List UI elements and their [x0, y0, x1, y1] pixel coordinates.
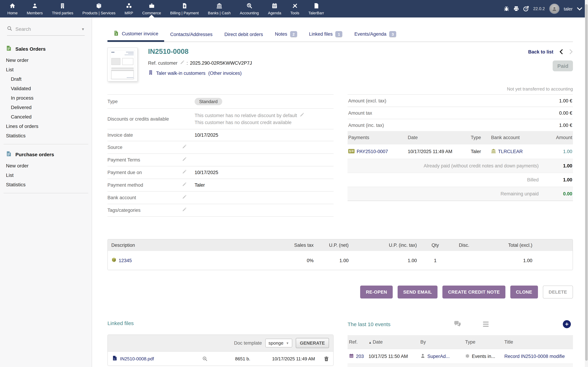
create-credit-note-button[interactable]: CREATE CREDIT NOTE	[442, 285, 505, 299]
edit-pencil-icon[interactable]	[299, 113, 304, 118]
tab-events-agenda[interactable]: Events/Agenda 3	[348, 28, 402, 42]
event-by-link[interactable]: SuperAd...	[427, 354, 450, 359]
delete-file-icon[interactable]	[315, 356, 329, 361]
company-link[interactable]: Taler walk-in customers	[156, 70, 206, 76]
scrollbar-thumb[interactable]	[585, 4, 588, 361]
add-event-button[interactable]: +	[563, 320, 571, 328]
chevron-down-icon[interactable]	[577, 6, 582, 12]
edit-pencil-icon[interactable]	[180, 60, 184, 66]
linked-files-count-badge: 1	[336, 31, 343, 37]
tab-label: Events/Agenda	[354, 32, 386, 37]
payment-ref-link[interactable]: PAY2510-0007	[357, 149, 388, 154]
tab-label: Customer invoice	[122, 31, 158, 36]
search-input[interactable]	[15, 26, 78, 32]
payment-amount-link[interactable]: 1.00	[563, 149, 572, 154]
nav-home[interactable]: Home	[3, 0, 22, 17]
previous-invoice-icon[interactable]	[559, 49, 563, 55]
nav-mrp[interactable]: MRP	[120, 0, 138, 17]
events-col-header[interactable]: Type	[464, 335, 503, 349]
edit-pencil-icon[interactable]	[182, 170, 187, 175]
pdf-file-icon	[112, 355, 117, 362]
remaining-unpaid-row: Remaining unpaid 0.00	[347, 187, 573, 201]
event-title-link[interactable]: Record IN2510-0008 modifie	[504, 354, 565, 359]
sidebar-item-lines-of-orders[interactable]: Lines of orders	[0, 121, 92, 131]
sidebar-item-list[interactable]: List	[0, 65, 92, 74]
sidebar-item-canceled[interactable]: Canceled	[0, 112, 92, 121]
tab-notes[interactable]: Notes 2	[269, 28, 303, 42]
tab-label: Notes	[275, 32, 287, 37]
list-view-icon[interactable]	[483, 322, 488, 327]
nav-agenda[interactable]: Agenda	[263, 0, 286, 17]
edit-pencil-icon[interactable]	[182, 183, 187, 188]
help-icon[interactable]: ?	[523, 6, 529, 12]
user-avatar[interactable]	[549, 3, 560, 14]
detail-row-type: Type Standard	[107, 95, 334, 108]
nav-products[interactable]: Products | Services	[78, 0, 120, 17]
delete-button[interactable]: DELETE	[543, 285, 573, 299]
events-col-header[interactable]: By	[419, 335, 464, 349]
tab-linked-files[interactable]: Linked files 1	[303, 28, 348, 42]
bug-report-icon[interactable]	[504, 6, 510, 12]
event-ref-link[interactable]: 203	[356, 354, 364, 359]
edit-pencil-icon[interactable]	[182, 158, 187, 163]
preview-zoom-icon[interactable]	[198, 356, 212, 361]
sidebar-item-po-new-order[interactable]: New order	[0, 161, 92, 170]
events-col-header[interactable]: Title	[503, 335, 573, 349]
messages-icon[interactable]	[453, 320, 461, 328]
other-invoices-link[interactable]: (Other invoices)	[208, 70, 242, 76]
source-value	[195, 141, 334, 154]
tab-contacts-addresses[interactable]: Contacts/Addresses	[164, 29, 219, 42]
invoice-lines-table: Description Sales tax U.P. (net) U.P. (i…	[107, 239, 573, 270]
tab-direct-debit-orders[interactable]: Direct debit orders	[218, 29, 269, 42]
line-sales-tax: 0%	[275, 251, 317, 270]
nav-members[interactable]: Members	[22, 0, 47, 17]
detail-label: Payment Terms	[107, 154, 182, 166]
edit-pencil-icon[interactable]	[182, 208, 187, 213]
sidebar-item-po-statistics[interactable]: Statistics	[0, 180, 92, 189]
reopen-button[interactable]: RE-OPEN	[360, 285, 393, 299]
edit-pencil-icon[interactable]	[182, 195, 187, 201]
sidebar-item-draft[interactable]: Draft	[0, 74, 92, 83]
nav-commerce[interactable]: Commerce	[138, 0, 166, 17]
top-navbar: Home Members Third parties Products | Se…	[0, 0, 588, 17]
clone-button[interactable]: CLONE	[510, 285, 538, 299]
sidebar-item-statistics[interactable]: Statistics	[0, 131, 92, 140]
sidebar-item-po-list[interactable]: List	[0, 170, 92, 180]
back-to-list-link[interactable]: Back to list	[528, 49, 553, 54]
sidebar-item-in-process[interactable]: In process	[0, 93, 92, 102]
doc-template-select[interactable]: sponge ▼	[265, 339, 292, 347]
username[interactable]: taler	[564, 6, 573, 11]
events-col-header[interactable]: Ref.	[347, 335, 367, 349]
detail-row-payment-method: Payment method Taler	[107, 179, 334, 191]
events-col-header[interactable]: Date	[373, 339, 383, 345]
lines-col-header: U.P. (net)	[317, 239, 352, 251]
bank-account-link[interactable]: TLRCLEAR	[498, 149, 523, 154]
sidebar-section-sales-orders[interactable]: Sales Orders	[0, 43, 92, 55]
line-total: 1.00	[478, 251, 536, 270]
search-dropdown-icon[interactable]: ▼	[81, 27, 85, 31]
lines-col-header: Description	[108, 239, 275, 251]
nav-tools[interactable]: Tools	[286, 0, 304, 17]
tab-customer-invoice[interactable]: Customer invoice	[107, 27, 164, 42]
lines-col-header: Total (excl.)	[478, 239, 536, 251]
file-date: 10/17/2025 11:49 AM	[250, 356, 315, 361]
generate-button[interactable]: GENERATE	[295, 338, 329, 348]
nav-billing[interactable]: Billing | Payment	[165, 0, 203, 17]
nav-third-parties[interactable]: Third parties	[47, 0, 78, 17]
sidebar-section-purchase-orders[interactable]: Purchase orders	[0, 148, 92, 161]
nav-accounting[interactable]: Accounting	[235, 0, 263, 17]
vertical-scrollbar[interactable]	[585, 0, 588, 367]
nav-banks[interactable]: Banks | Cash	[203, 0, 235, 17]
nav-talerbarr[interactable]: TalerBarr	[304, 0, 329, 17]
sidebar-item-validated[interactable]: Validated	[0, 83, 92, 93]
invoice-preview-thumbnail[interactable]	[107, 48, 138, 82]
linked-file-link[interactable]: IN2510-0008.pdf	[120, 356, 154, 361]
payment-due-value: 10/17/2025	[195, 166, 334, 179]
product-link[interactable]: 12345	[119, 258, 132, 263]
send-email-button[interactable]: SEND EMAIL	[398, 285, 438, 299]
edit-pencil-icon[interactable]	[182, 145, 187, 150]
sidebar-item-delivered[interactable]: Delivered	[0, 102, 92, 112]
print-icon[interactable]	[514, 6, 519, 12]
linked-files-title: Linked files	[107, 320, 334, 326]
sidebar-item-new-order[interactable]: New order	[0, 55, 92, 65]
